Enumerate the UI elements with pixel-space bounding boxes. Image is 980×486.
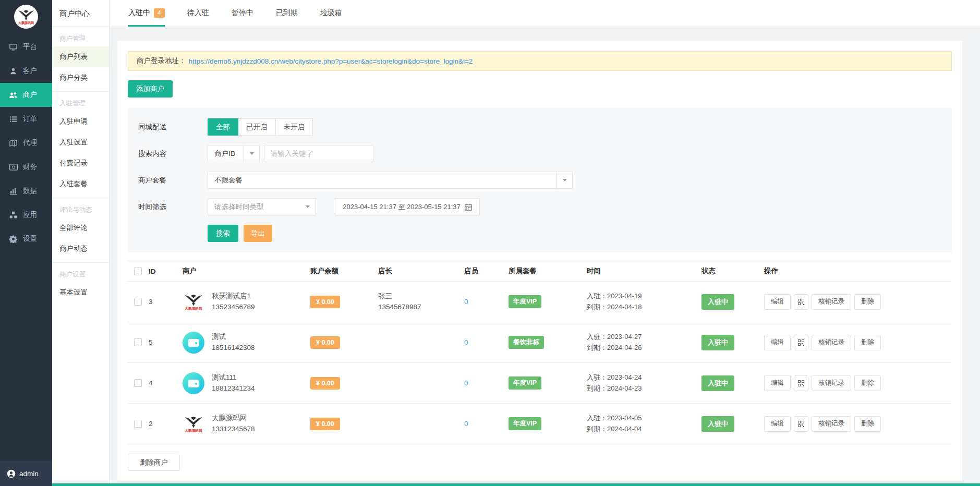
search-button[interactable]: 搜索 — [208, 225, 238, 242]
sidebar-item-settings[interactable]: 设置 — [0, 227, 52, 251]
chart-icon — [9, 187, 18, 195]
submenu-item-settle-apply[interactable]: 入驻申请 — [52, 111, 109, 132]
delivery-option-on[interactable]: 已开启 — [238, 118, 276, 136]
export-button[interactable]: 导出 — [244, 225, 272, 242]
search-type-value: 商户ID — [208, 149, 244, 159]
package-select[interactable]: 不限套餐 — [208, 172, 573, 189]
merchant-phone: 13312345678 — [212, 424, 255, 434]
sidebar-item-finance[interactable]: 财务 — [0, 155, 52, 179]
qrcode-button[interactable] — [794, 416, 808, 432]
qrcode-button[interactable] — [794, 375, 808, 391]
staff-count-link[interactable]: 0 — [464, 298, 468, 306]
delete-button[interactable]: 删除 — [854, 375, 881, 391]
sidebar-item-orders[interactable]: 订单 — [0, 107, 52, 131]
status-badge: 入驻中 — [701, 416, 734, 432]
content-area: 商户登录地址： https://demo6.ynjdzzd008.cn/web/… — [110, 27, 980, 483]
verify-records-button[interactable]: 核销记录 — [812, 375, 851, 391]
tab-label: 已到期 — [276, 8, 298, 18]
admin-user[interactable]: admin — [0, 461, 52, 486]
tab-trash[interactable]: 垃圾箱 — [320, 0, 342, 27]
staff-count-link[interactable]: 0 — [464, 338, 468, 346]
balance-badge: ¥ 0.00 — [310, 336, 340, 349]
verify-records-button[interactable]: 核销记录 — [812, 335, 851, 350]
tab-pending[interactable]: 待入驻 — [187, 0, 209, 27]
sidebar-item-apps[interactable]: 应用 — [0, 203, 52, 227]
wallet-avatar — [183, 372, 204, 394]
sidebar-item-label: 订单 — [23, 114, 37, 124]
qrcode-button[interactable] — [794, 335, 808, 350]
tab-settled[interactable]: 入驻中 4 — [128, 0, 165, 27]
filter-panel: 同城配送 全部 已开启 未开启 搜索内容 商户ID — [128, 108, 952, 252]
login-url-label: 商户登录地址： — [137, 56, 186, 66]
tab-expired[interactable]: 已到期 — [276, 0, 298, 27]
merchant-login-link[interactable]: https://demo6.ynjdzzd008.cn/web/citystor… — [189, 57, 473, 65]
delivery-option-off[interactable]: 未开启 — [275, 118, 313, 136]
sidebar-item-platform[interactable]: 平台 — [0, 35, 52, 59]
sidebar-item-agents[interactable]: 代理 — [0, 131, 52, 155]
delete-button[interactable]: 删除 — [854, 294, 881, 310]
staff-count-link[interactable]: 0 — [464, 379, 468, 387]
row-checkbox[interactable] — [134, 420, 142, 428]
expire-date: 到期：2024-04-23 — [587, 383, 701, 394]
search-type-select[interactable]: 商户ID — [208, 145, 260, 162]
sidebar-item-merchants[interactable]: 商户 — [0, 83, 52, 107]
submenu-item-basic-settings[interactable]: 基本设置 — [52, 282, 109, 303]
package-value: 不限套餐 — [208, 176, 556, 185]
sidebar-item-label: 设置 — [23, 234, 37, 244]
submenu-sidebar: 商户中心 商户管理 商户列表 商户分类 入驻管理 入驻申请 入驻设置 付费记录 … — [52, 0, 110, 486]
wallet-avatar — [183, 332, 204, 354]
select-all-checkbox[interactable] — [134, 268, 142, 275]
row-checkbox[interactable] — [134, 338, 142, 346]
brand-logo[interactable]: 大鹏源码网 — [0, 0, 52, 35]
merchant-name: 测试 — [212, 332, 255, 342]
verify-records-button[interactable]: 核销记录 — [812, 416, 851, 432]
header-package: 所属套餐 — [509, 266, 587, 276]
package-badge: 年度VIP — [509, 295, 541, 308]
manager-name: 张三 — [378, 291, 464, 301]
date-range-picker[interactable]: 2023-04-15 21:37 至 2023-05-15 21:37 — [335, 198, 480, 215]
merchant-logo: 大鹏源码网 — [183, 413, 204, 435]
delete-button[interactable]: 删除 — [854, 416, 881, 432]
row-checkbox[interactable] — [134, 379, 142, 387]
header-staff: 店员 — [464, 266, 509, 276]
expire-date: 到期：2024-04-04 — [587, 424, 701, 434]
sidebar-item-customers[interactable]: 客户 — [0, 59, 52, 83]
tab-label: 待入驻 — [187, 8, 209, 18]
tab-paused[interactable]: 暂停中 — [232, 0, 253, 27]
header-time: 时间 — [587, 266, 701, 276]
edit-button[interactable]: 编辑 — [764, 335, 791, 350]
submenu-item-all-comments[interactable]: 全部评论 — [52, 217, 109, 238]
row-checkbox[interactable] — [134, 298, 142, 306]
chevron-down-icon — [556, 172, 572, 188]
delivery-label: 同城配送 — [138, 123, 208, 132]
submenu-item-payment-records[interactable]: 付费记录 — [52, 153, 109, 174]
verify-records-button[interactable]: 核销记录 — [812, 294, 851, 310]
qrcode-button[interactable] — [794, 294, 808, 310]
staff-count-link[interactable]: 0 — [464, 420, 468, 428]
table-header-row: ID 商户 账户余额 店长 店员 所属套餐 时间 状态 操作 — [128, 261, 952, 282]
submenu-title: 商户中心 — [52, 0, 109, 27]
keyword-input[interactable] — [264, 145, 373, 162]
join-date: 入驻：2023-04-27 — [587, 332, 701, 342]
submenu-item-settle-packages[interactable]: 入驻套餐 — [52, 174, 109, 195]
delete-button[interactable]: 删除 — [854, 335, 881, 350]
merchant-list-card: 商户登录地址： https://demo6.ynjdzzd008.cn/web/… — [117, 41, 962, 481]
submenu-item-merchant-list[interactable]: 商户列表 — [52, 46, 109, 67]
time-type-select[interactable]: 请选择时间类型 — [208, 198, 316, 215]
merchant-name: 秋瑟测试店1 — [212, 291, 255, 301]
balance-badge: ¥ 0.00 — [310, 296, 340, 308]
delivery-option-all[interactable]: 全部 — [208, 118, 238, 136]
submenu-item-merchant-feed[interactable]: 商户动态 — [52, 238, 109, 259]
edit-button[interactable]: 编辑 — [764, 416, 791, 432]
delete-merchants-button[interactable]: 删除商户 — [128, 454, 180, 471]
add-merchant-button[interactable]: 添加商户 — [128, 80, 173, 98]
qrcode-icon — [798, 421, 804, 427]
submenu-item-merchant-category[interactable]: 商户分类 — [52, 67, 109, 88]
sidebar-item-data[interactable]: 数据 — [0, 179, 52, 203]
balance-badge: ¥ 0.00 — [310, 418, 340, 430]
edit-button[interactable]: 编辑 — [764, 294, 791, 310]
submenu-item-settle-settings[interactable]: 入驻设置 — [52, 132, 109, 153]
table-row: 4 测试11118812341234 ¥ 0.00 0 年度VIP 入驻：202… — [128, 363, 952, 404]
edit-button[interactable]: 编辑 — [764, 375, 791, 391]
chevron-down-icon — [300, 199, 316, 215]
